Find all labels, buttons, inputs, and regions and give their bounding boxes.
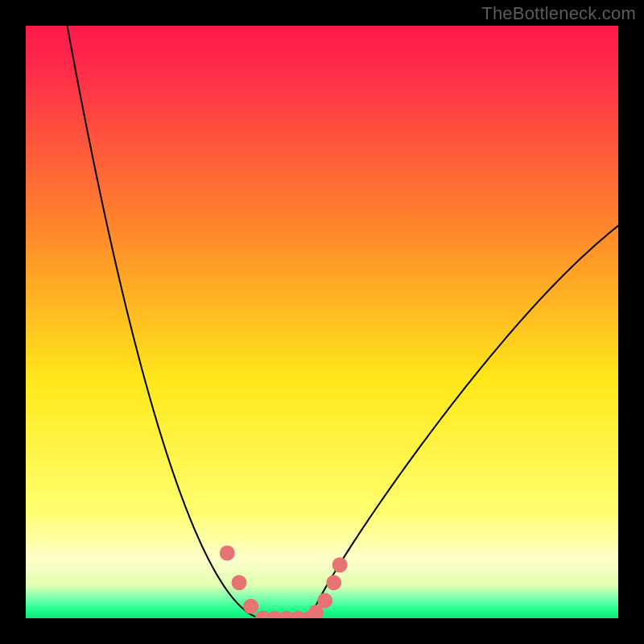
chart-svg — [26, 26, 618, 618]
marker-dot — [243, 599, 258, 614]
marker-dot — [220, 546, 235, 561]
plot-area — [26, 26, 618, 618]
watermark-text: TheBottleneck.com — [481, 3, 636, 24]
outer-frame: TheBottleneck.com — [0, 0, 644, 644]
marker-dot — [231, 575, 246, 590]
marker-dot — [317, 592, 332, 608]
gradient-background — [26, 26, 618, 618]
marker-dot — [332, 557, 348, 572]
marker-dot — [326, 575, 341, 590]
